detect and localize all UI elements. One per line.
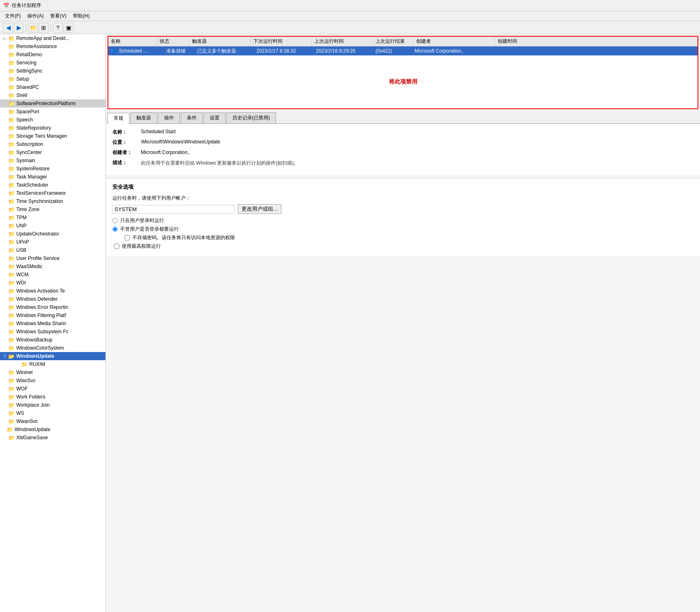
tree-item-wdi[interactable]: 📁 WDI <box>0 279 105 287</box>
tree-item-synccenter[interactable]: 📁 SyncCenter <box>0 148 105 156</box>
tree-item-wcm[interactable]: 📁 WCM <box>0 271 105 279</box>
tree-label: XblGameSave <box>16 435 48 440</box>
radio-logon-only[interactable]: 只在用户登录时运行 <box>112 217 693 224</box>
tree-item-spaceport[interactable]: 📁 SpacePort <box>0 108 105 116</box>
col-lastrun[interactable]: 上次运行时间 <box>312 37 373 46</box>
tree-item-windowsactivation[interactable]: 📁 Windows Activation Te <box>0 287 105 295</box>
properties-button[interactable]: ▣ <box>64 23 73 33</box>
tree-item-xblgamesave[interactable]: 📁 XblGameSave <box>0 434 105 442</box>
menu-view[interactable]: 查看(V) <box>47 12 70 20</box>
col-creator[interactable]: 创建者 <box>414 37 495 46</box>
folder-icon: 📁 <box>8 76 15 82</box>
tree-item-windowserrorreporting[interactable]: 📁 Windows Error Reportin <box>0 303 105 311</box>
col-nextrun[interactable]: 下次运行时间 <box>251 37 312 46</box>
tree-item-setup[interactable]: 📁 Setup <box>0 75 105 83</box>
tree-item-timesync[interactable]: 📁 Time Synchronization <box>0 197 105 205</box>
back-button[interactable]: ◀ <box>3 23 13 33</box>
tab-actions[interactable]: 操作 <box>158 112 180 123</box>
task-status-cell: 准备就绪 <box>164 48 195 55</box>
tree-item-retaildemo[interactable]: 📁 RetailDemo <box>0 51 105 59</box>
menu-file[interactable]: 文件(F) <box>2 12 24 20</box>
tree-item-windowsfiltering[interactable]: 📁 Windows Filtering Platf <box>0 311 105 319</box>
radio-always[interactable]: 不管用户是否登录都要运行 <box>112 226 693 233</box>
expand-remoteapp[interactable]: ▷ <box>2 36 8 41</box>
tree-item-wwansvc[interactable]: 📁 WwanSvc <box>0 417 105 425</box>
task-row[interactable]: 🔵 Scheduled ... 准备就绪 已定义多个触发器 2023/2/17 … <box>108 46 698 55</box>
tree-item-settingsync[interactable]: 📁 SettingSync <box>0 67 105 75</box>
expand-windowsupdate[interactable]: ▽ <box>2 354 8 359</box>
col-name[interactable]: 名称 <box>108 37 157 46</box>
tree-item-tpm[interactable]: 📁 TPM <box>0 214 105 222</box>
run-as-input[interactable] <box>112 205 235 214</box>
radio-logon-input[interactable] <box>112 218 118 223</box>
tree-label: Workplace Join <box>16 402 50 408</box>
tree-item-wlansvc[interactable]: 📁 WlanSvc <box>0 376 105 385</box>
col-trigger[interactable]: 触发器 <box>190 37 251 46</box>
tree-item-subscription[interactable]: 📁 Subscription <box>0 140 105 148</box>
radio-always-input[interactable] <box>112 227 118 232</box>
tree-item-sharedpc[interactable]: 📁 SharedPC <box>0 83 105 91</box>
tree-item-shell[interactable]: 📁 Shell <box>0 91 105 99</box>
checkbox-no-store[interactable]: 不存储密码。该任务将只有访问本地资源的权限 <box>125 234 693 241</box>
task-list-header: 名称 状态 触发器 下次运行时间 上次运行时间 上次运行结束 创建者 创建时间 <box>108 37 698 46</box>
tree-item-windowsmedia[interactable]: 📁 Windows Media Sharin <box>0 319 105 328</box>
task-lastend-cell: (0x422) <box>373 48 412 54</box>
tree-item-usb[interactable]: 📁 USB <box>0 246 105 254</box>
tab-triggers[interactable]: 触发器 <box>130 112 157 123</box>
change-user-button[interactable]: 更改用户或组... <box>238 204 281 214</box>
col-lastend[interactable]: 上次运行结束 <box>373 37 414 46</box>
tab-general[interactable]: 常规 <box>108 113 129 124</box>
folder-icon: 📁 <box>8 35 15 42</box>
tree-item-windowsupdate[interactable]: ▽ 📂 WindowsUpdate <box>0 352 105 360</box>
tree-item-sysmain[interactable]: 📁 Sysmain <box>0 156 105 165</box>
detail-location-value: \Microsoft\Windows\WindowsUpdate <box>141 139 693 145</box>
tree-item-softwareprotection[interactable]: 📁 SoftwareProtectionPlatform <box>0 99 105 108</box>
tree-item-ruxim[interactable]: 📁 RUXIM <box>0 360 105 368</box>
tree-item-remoteapp[interactable]: ▷ 📁 RemoteApp and Deskt... <box>0 34 105 42</box>
tree-item-speech[interactable]: 📁 Speech <box>0 116 105 124</box>
tree-item-windowsbackup[interactable]: 📁 WindowsBackup <box>0 336 105 344</box>
folder-icon: 📁 <box>8 60 15 66</box>
folder-button[interactable]: 📁 <box>28 23 38 33</box>
tree-item-wof[interactable]: 📁 WOF <box>0 385 105 393</box>
folder-icon: 📁 <box>8 264 15 270</box>
tree-item-textservices[interactable]: 📁 TextServicesFramewor <box>0 189 105 197</box>
col-created[interactable]: 创建时间 <box>495 37 698 46</box>
tree-item-upnp[interactable]: 📁 UPnP <box>0 238 105 246</box>
tree-item-workfolders[interactable]: 📁 Work Folders <box>0 393 105 401</box>
tree-item-timezone[interactable]: 📁 Time Zone <box>0 205 105 214</box>
tree-item-workplacejoin[interactable]: 📁 Workplace Join <box>0 401 105 409</box>
tree-item-systemrestore[interactable]: 📁 SystemRestore <box>0 165 105 173</box>
checkbox-highest-input[interactable] <box>114 244 119 249</box>
tree-item-ws[interactable]: 📁 WS <box>0 409 105 417</box>
col-status[interactable]: 状态 <box>157 37 190 46</box>
tree-item-windowscolorsystem[interactable]: 📁 WindowsColorSystem <box>0 344 105 352</box>
help-button[interactable]: ? <box>53 23 63 33</box>
detail-name-label: 名称： <box>112 129 141 136</box>
menu-help[interactable]: 帮助(H) <box>70 12 93 20</box>
tree-item-windowsdefender[interactable]: 📁 Windows Defender <box>0 295 105 303</box>
tree-item-unp[interactable]: 📁 UNP <box>0 222 105 230</box>
tree-item-taskmanager[interactable]: 📁 Task Manager <box>0 173 105 181</box>
tree-item-remoteassistance[interactable]: 📁 RemoteAssistance <box>0 42 105 51</box>
checkbox-no-store-input[interactable] <box>125 235 130 240</box>
tree-item-wininet[interactable]: 📁 Wininet <box>0 368 105 376</box>
checkbox-highest[interactable]: 使用最高权限运行 <box>114 243 693 250</box>
tab-settings[interactable]: 设置 <box>204 112 226 123</box>
tree-item-taskscheduler[interactable]: 📁 TaskScheduler <box>0 181 105 189</box>
tab-conditions[interactable]: 条件 <box>181 112 203 123</box>
tab-history[interactable]: 历史记录(已禁用) <box>226 112 276 123</box>
forward-button[interactable]: ▶ <box>14 23 24 33</box>
tree-item-staterepository[interactable]: 📁 StateRepository <box>0 124 105 132</box>
grid-button[interactable]: ⊞ <box>39 23 48 33</box>
folder-icon: 📁 <box>8 435 15 441</box>
tabs-bar: 常规 触发器 操作 条件 设置 历史记录(已禁用) <box>106 111 700 124</box>
tree-item-servicing[interactable]: 📁 Servicing <box>0 59 105 67</box>
tree-item-userprofileservice[interactable]: 📁 User Profile Service <box>0 254 105 262</box>
tree-item-windowsupdate2[interactable]: 📁 WindowsUpdate <box>0 425 105 434</box>
tree-item-storagetiers[interactable]: 📁 Storage Tiers Managen <box>0 132 105 140</box>
menu-action[interactable]: 操作(A) <box>24 12 47 20</box>
tree-item-waasmedic[interactable]: 📁 WaaSMedic <box>0 262 105 271</box>
tree-item-updateorchestrator[interactable]: 📁 UpdateOrchestrator <box>0 230 105 238</box>
tree-item-windowssubsystem[interactable]: 📁 Windows Subsystem Fc <box>0 328 105 336</box>
